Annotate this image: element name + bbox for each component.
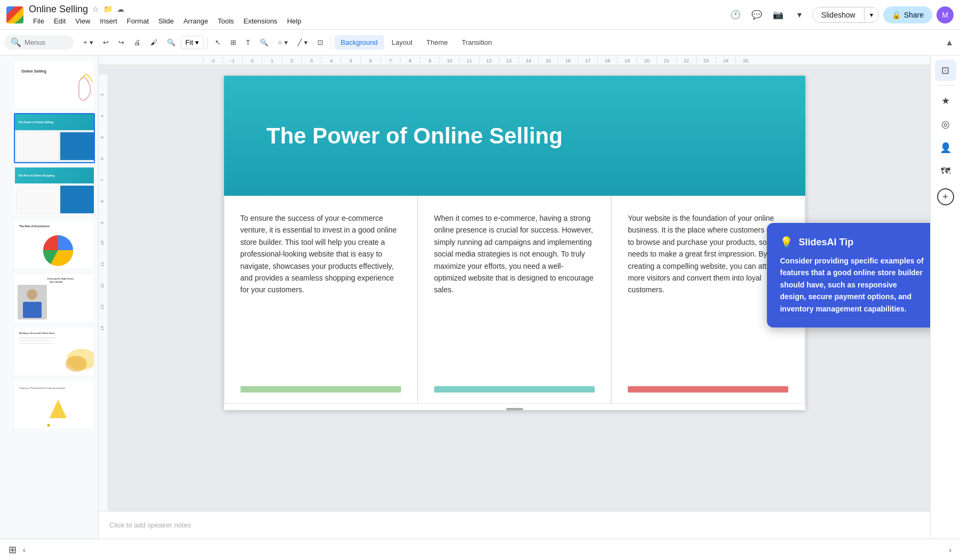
svg-text:Choosing the Right Online: Choosing the Right Online (47, 277, 74, 280)
svg-rect-11 (23, 302, 42, 318)
card-highlight-2 (434, 386, 595, 393)
select-tool-button[interactable]: ↖ (211, 34, 225, 51)
print-button[interactable]: 🖨 (130, 34, 145, 51)
menus-search-input[interactable] (25, 38, 67, 46)
text-tool-button[interactable]: T (242, 34, 254, 51)
svg-text:13: 13 (100, 305, 105, 309)
svg-rect-14 (19, 337, 57, 339)
history-icon[interactable]: 🕐 (727, 6, 744, 23)
grid-view-icon[interactable]: ⊞ (9, 544, 17, 556)
theme-button[interactable]: Theme (420, 35, 454, 50)
redo-button[interactable]: ↪ (114, 34, 129, 51)
sidebar-icon-slides[interactable]: ⊡ (935, 60, 956, 81)
share-label: Share (904, 11, 924, 19)
sidebar-add-button[interactable]: + (937, 188, 954, 205)
zoom-icon: 🔍 (167, 38, 175, 46)
cloud-icon[interactable]: ☁ (117, 5, 124, 13)
slide-thumb-4[interactable]: 4 The Rise of Ecommerce (14, 220, 95, 270)
slide-thumb-2[interactable]: 2 The Power of Online Selling (14, 113, 95, 163)
slideshow-dropdown-icon[interactable]: ▾ (864, 8, 878, 22)
menu-extensions[interactable]: Extensions (239, 16, 282, 26)
slide-thumb-3[interactable]: 3 The Rise of Online Shopping (14, 166, 95, 217)
undo-button[interactable]: ↩ (99, 34, 113, 51)
sidebar-icon-star[interactable]: ★ (935, 90, 956, 111)
slideshow-button-group: Slideshow ▾ (812, 7, 879, 23)
background-button[interactable]: Background (334, 35, 384, 50)
paint-button[interactable]: 🖌 (146, 34, 162, 51)
card-text-2: When it comes to e-commerce, having a st… (434, 212, 595, 386)
frame-tool-button[interactable]: ⊞ (226, 34, 241, 51)
menu-arrange[interactable]: Arrange (179, 16, 212, 26)
toolbar: 🔍 + ▾ ↩ ↪ 🖨 🖌 🔍 Fit ▾ ↖ ⊞ T 🔍 ○ ▾ ╱ ▾ (0, 30, 960, 55)
camera-icon[interactable]: 📷 (770, 6, 787, 23)
svg-rect-16 (19, 343, 54, 344)
svg-text:3: 3 (100, 93, 105, 96)
shape-chevron-icon: ▾ (284, 38, 288, 46)
share-button[interactable]: 🔒 Share (883, 6, 932, 23)
card-highlight-1 (241, 386, 401, 393)
link-tool-icon: ⊡ (317, 38, 323, 46)
svg-text:The Rise of Ecommerce: The Rise of Ecommerce (19, 225, 50, 228)
slide-thumb-7[interactable]: 7 Thank you. Please feel free to ask any… (14, 380, 95, 430)
app-logo (6, 6, 23, 23)
svg-text:Thank you. Please feel free to: Thank you. Please feel free to ask any q… (19, 387, 66, 389)
svg-text:Store Builder: Store Builder (50, 281, 63, 283)
next-slide-icon[interactable]: › (949, 546, 951, 554)
shape-tool-button[interactable]: ○ ▾ (274, 34, 292, 51)
sidebar-icon-maps[interactable]: 🗺 (935, 161, 956, 182)
slide-content-area: To ensure the success of your e-commerce… (224, 196, 805, 404)
line-tool-button[interactable]: ╱ ▾ (293, 34, 312, 51)
collapse-toolbar-icon[interactable]: ▲ (943, 36, 956, 50)
text-tool-icon: T (246, 38, 250, 46)
slide-canvas[interactable]: The Power of Online Selling To ensure th… (224, 76, 805, 410)
slideshow-button[interactable]: Slideshow (813, 7, 864, 22)
transition-button[interactable]: Transition (455, 35, 499, 50)
svg-rect-15 (19, 340, 51, 341)
comment-icon[interactable]: 💬 (748, 6, 765, 23)
menu-slide[interactable]: Slide (154, 16, 178, 26)
title-bar: Online Selling ☆ 📁 ☁ File Edit View Inse… (0, 0, 960, 30)
content-card-2[interactable]: When it comes to e-commerce, having a st… (418, 196, 611, 404)
slide-thumb-1[interactable]: 1 Online Selling (14, 60, 95, 110)
content-card-3[interactable]: Your website is the foundation of your o… (611, 196, 805, 404)
card-highlight-3 (628, 386, 788, 393)
menu-bar: File Edit View Insert Format Slide Arran… (29, 16, 722, 26)
link-tool-button[interactable]: ⊡ (313, 34, 327, 51)
fit-select[interactable]: Fit ▾ (181, 36, 204, 49)
menu-file[interactable]: File (29, 16, 49, 26)
ruler-horizontal: -2 -1 0 1 2 3 4 5 6 7 8 9 10 11 12 13 14… (99, 55, 930, 65)
avatar[interactable]: M (937, 6, 954, 23)
menus-search[interactable]: 🔍 (4, 35, 74, 50)
star-icon[interactable]: ☆ (92, 5, 99, 13)
collapse-panel-icon[interactable]: ‹ (23, 546, 26, 554)
slide-thumb-5[interactable]: 5 Choosing the Right Online Store Builde… (14, 273, 95, 323)
right-sidebar: ⊡ ★ ◎ 👤 🗺 + (930, 55, 960, 539)
menu-insert[interactable]: Insert (95, 16, 122, 26)
slide-thumb-6[interactable]: 6 Building a Successful Online Store (14, 326, 95, 377)
svg-text:Online Selling: Online Selling (21, 69, 46, 74)
zoom-button[interactable]: 🔍 (163, 34, 180, 51)
menu-edit[interactable]: Edit (50, 16, 70, 26)
menu-help[interactable]: Help (283, 16, 306, 26)
svg-text:6: 6 (100, 157, 105, 160)
tip-bulb-icon: 💡 (780, 236, 793, 249)
camera-chevron-icon[interactable]: ▾ (791, 6, 808, 23)
speaker-notes[interactable]: Click to add speaker notes (99, 511, 930, 539)
menu-tools[interactable]: Tools (213, 16, 238, 26)
toolbar-divider-2 (331, 36, 331, 49)
content-card-1[interactable]: To ensure the success of your e-commerce… (224, 196, 418, 404)
doc-title[interactable]: Online Selling (29, 4, 88, 15)
doc-title-area: Online Selling ☆ 📁 ☁ File Edit View Inse… (29, 4, 722, 26)
menu-view[interactable]: View (71, 16, 94, 26)
line-chevron-icon: ▾ (304, 38, 308, 46)
canvas-scroll[interactable]: 3 4 5 6 7 8 9 10 11 12 13 14 Th (99, 65, 930, 511)
sidebar-icon-person[interactable]: 👤 (935, 137, 956, 158)
new-slide-button[interactable]: + ▾ (79, 34, 98, 51)
layout-button[interactable]: Layout (385, 35, 419, 50)
sidebar-icon-circle[interactable]: ◎ (935, 114, 956, 135)
fit-chevron-icon: ▾ (195, 38, 199, 46)
svg-text:😊: 😊 (47, 423, 51, 427)
search-tool-button[interactable]: 🔍 (255, 34, 273, 51)
folder-icon[interactable]: 📁 (103, 5, 113, 13)
menu-format[interactable]: Format (123, 16, 153, 26)
